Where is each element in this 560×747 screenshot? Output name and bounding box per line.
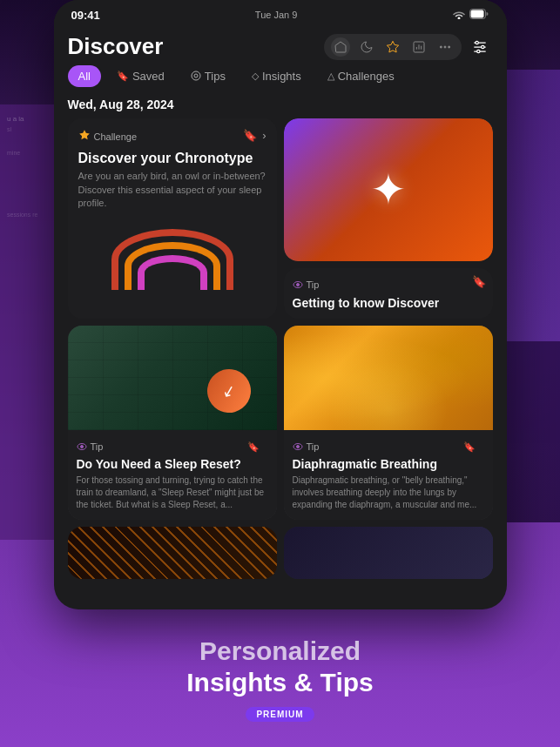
premium-badge: PREMIUM xyxy=(246,707,314,722)
sleep-reset-info: Tip 🔖 Do You Need a Sleep Reset? For tho… xyxy=(68,430,277,520)
top-right-section: ✦ Tip 🔖 Getting to know Discover xyxy=(284,118,493,319)
challenge-desc: Are you an early bird, an owl or in-betw… xyxy=(78,170,267,210)
partial-card-left xyxy=(68,527,277,579)
tip-label-2: Tip xyxy=(91,441,104,452)
saved-icon: 🔖 xyxy=(117,71,129,82)
status-icons xyxy=(452,7,489,23)
tip-title: Getting to know Discover xyxy=(293,296,484,310)
breathing-desc: Diaphragmatic breathing, or "belly breat… xyxy=(293,474,484,511)
breathing-info: Tip 🔖 Diaphragmatic Breathing Diaphragma… xyxy=(284,430,493,520)
marketing-section: Personalized Insights & Tips PREMIUM xyxy=(0,609,560,747)
app-screen: 09:41 Tue Jan 9 xyxy=(54,0,507,585)
svg-point-6 xyxy=(448,46,449,48)
golden-image xyxy=(284,326,493,430)
challenge-card[interactable]: Challenge 🔖 › Discover your Chronotype A… xyxy=(68,118,277,319)
tip-badge: Tip xyxy=(293,277,484,293)
arrow-action[interactable]: › xyxy=(262,129,266,142)
insights-icon: ◇ xyxy=(252,71,259,82)
nav-home[interactable] xyxy=(331,37,350,57)
lines-pattern xyxy=(68,527,277,579)
svg-marker-2 xyxy=(387,41,398,52)
svg-point-21 xyxy=(296,446,299,448)
svg-point-12 xyxy=(476,50,479,52)
tip-eye-icon-2 xyxy=(77,439,87,454)
bookmark-btn[interactable]: 🔖 xyxy=(472,275,486,288)
challenges-icon: △ xyxy=(327,71,334,82)
svg-point-14 xyxy=(194,74,198,77)
tip-eye-icon xyxy=(293,277,303,293)
tab-insights-label: Insights xyxy=(262,70,301,83)
challenge-title: Discover your Chronotype xyxy=(78,150,267,166)
nav-moon[interactable] xyxy=(357,37,376,57)
sleep-reset-title: Do You Need a Sleep Reset? xyxy=(77,457,268,472)
bottom-row xyxy=(54,520,507,579)
partial-card-right xyxy=(284,527,493,579)
tab-bar: All 🔖 Saved Tips ◇ Insights △ Challenges xyxy=(54,65,507,94)
filter-button[interactable] xyxy=(467,34,493,60)
app-header: Discover xyxy=(54,26,507,65)
tab-challenges-label: Challenges xyxy=(338,70,395,83)
tip-label: Tip xyxy=(307,279,320,290)
icon-pills xyxy=(324,34,462,60)
sparkle-icon: ✦ xyxy=(370,165,407,215)
svg-point-17 xyxy=(296,284,299,286)
date-label: Wed, Aug 28, 2024 xyxy=(54,94,507,118)
sleep-reset-desc: For those tossing and turning, trying to… xyxy=(77,474,268,511)
tab-tips[interactable]: Tips xyxy=(180,65,236,87)
card-illustration xyxy=(78,210,267,293)
nav-menu[interactable] xyxy=(435,37,455,57)
tab-saved[interactable]: 🔖 Saved xyxy=(106,65,175,87)
page-indicator xyxy=(54,579,507,585)
content-grid: Challenge 🔖 › Discover your Chronotype A… xyxy=(54,118,507,520)
gradient-sparkle-card[interactable]: ✦ xyxy=(284,118,493,261)
svg-point-19 xyxy=(80,446,83,448)
brick-arrow-icon: ↙ xyxy=(202,364,255,417)
breathing-card[interactable]: Tip 🔖 Diaphragmatic Breathing Diaphragma… xyxy=(284,326,493,520)
brick-image: ↙ xyxy=(68,326,277,430)
tab-all-label: All xyxy=(78,70,91,83)
battery-icon xyxy=(469,7,489,23)
challenge-icon xyxy=(78,129,91,145)
tab-insights[interactable]: ◇ Insights xyxy=(241,65,312,87)
challenge-badge: Challenge xyxy=(78,129,267,145)
svg-marker-15 xyxy=(79,130,90,139)
tips-icon xyxy=(191,71,201,83)
page-title: Discover xyxy=(68,33,164,60)
svg-rect-1 xyxy=(471,10,484,18)
golden-texture xyxy=(284,326,493,430)
breathing-title: Diaphragmatic Breathing xyxy=(293,457,484,472)
marketing-title-bold: Insights & Tips xyxy=(186,667,373,698)
tip-discover-card[interactable]: Tip 🔖 Getting to know Discover xyxy=(284,268,493,319)
marketing-title-light: Personalized xyxy=(199,636,361,667)
svg-point-5 xyxy=(444,46,446,48)
sleep-reset-card[interactable]: ↙ Tip 🔖 Do You Need a Sleep Reset? For t… xyxy=(68,326,277,520)
nav-chart[interactable] xyxy=(409,37,428,57)
wifi-icon xyxy=(452,7,466,23)
status-time: 09:41 xyxy=(71,9,100,22)
card-actions: 🔖 › xyxy=(243,129,266,142)
challenge-label: Challenge xyxy=(94,131,138,142)
svg-point-11 xyxy=(481,45,483,48)
svg-point-4 xyxy=(440,46,442,48)
svg-point-10 xyxy=(476,41,478,44)
status-date: Tue Jan 9 xyxy=(255,10,298,20)
tip-discover-content: Tip 🔖 Getting to know Discover xyxy=(284,268,493,319)
tab-saved-label: Saved xyxy=(132,70,165,83)
bookmark-btn-3[interactable]: 🔖 xyxy=(463,441,476,453)
tab-tips-label: Tips xyxy=(205,70,226,83)
status-bar: 09:41 Tue Jan 9 xyxy=(54,0,507,26)
tip-label-3: Tip xyxy=(307,441,320,452)
header-right xyxy=(324,34,493,60)
bookmark-action[interactable]: 🔖 xyxy=(243,129,257,142)
device-frame: 09:41 Tue Jan 9 xyxy=(54,0,507,609)
bookmark-btn-2[interactable]: 🔖 xyxy=(247,441,260,453)
tab-challenges[interactable]: △ Challenges xyxy=(317,65,405,87)
tab-all[interactable]: All xyxy=(68,65,101,87)
svg-point-13 xyxy=(192,71,200,80)
nav-star[interactable] xyxy=(383,37,402,57)
tip-eye-icon-3 xyxy=(293,439,303,454)
